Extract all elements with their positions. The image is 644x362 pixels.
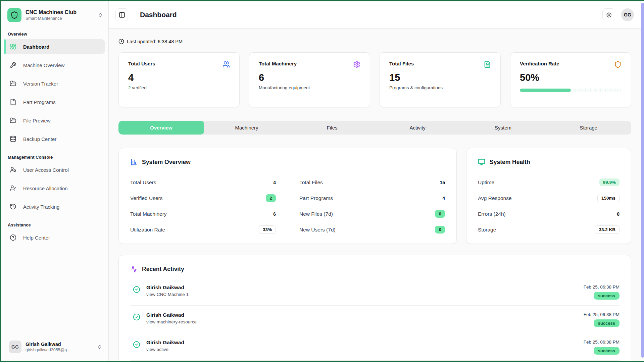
stat-label: Total Machinery xyxy=(259,61,297,66)
sidebar-item-file-preview[interactable]: File Preview xyxy=(4,113,105,128)
workspace-switcher[interactable]: CNC Machines Club Smart Maintenance xyxy=(1,1,108,27)
stat-value: 4 xyxy=(128,72,230,83)
sidebar-item-label: Backup Center xyxy=(23,136,56,142)
app-name: CNC Machines Club xyxy=(26,9,94,15)
tab-activity[interactable]: Activity xyxy=(375,121,460,135)
tab-overview[interactable]: Overview xyxy=(118,121,204,135)
stat-row-badge: 99.9% xyxy=(599,178,620,186)
activity-time: Feb 25, 06:38 PM xyxy=(584,312,620,317)
stat-row: Avg Response 150ms xyxy=(478,190,620,206)
tab-files[interactable]: Files xyxy=(289,121,375,135)
sidebar-user-menu[interactable]: GG Girish Gaikwad girishgaikwad2055@g... xyxy=(1,335,108,361)
stat-subtitle: 2 verified xyxy=(128,85,230,90)
stat-value: 50% xyxy=(520,72,622,83)
stat-row: New Users (7d) 0 xyxy=(299,222,445,238)
user-avatar: GG xyxy=(9,341,21,353)
sidebar-item-label: Resource Allocation xyxy=(23,186,68,191)
page-scrollbar[interactable] xyxy=(641,3,644,361)
sidebar-item-label: File Preview xyxy=(23,118,51,123)
stat-row-badge: 150ms xyxy=(597,194,620,202)
header-avatar[interactable]: GG xyxy=(621,8,634,21)
stats-row: Total Users 4 2 verified Total Machinery xyxy=(118,52,631,107)
panel-title: Recent Activity xyxy=(142,266,184,273)
sidebar-item-label: Dashboard xyxy=(23,44,49,50)
activity-user: Girish Gaikwad xyxy=(146,285,189,291)
overview-panels: System Overview Total Users 4 Verified U… xyxy=(118,148,631,244)
sidebar-item-label: User Access Control xyxy=(23,167,69,173)
chevrons-up-down-icon xyxy=(97,344,102,350)
stat-row: New Files (7d) 0 xyxy=(299,206,445,222)
header-divider xyxy=(133,10,133,19)
stat-row: Utilization Rate 33% xyxy=(130,222,276,238)
activity-action: view active xyxy=(146,347,184,352)
active-indicator xyxy=(4,39,6,54)
sidebar: CNC Machines Club Smart Maintenance Over… xyxy=(1,1,109,361)
sidebar-item-machine-overview[interactable]: Machine Overview xyxy=(4,58,105,72)
sidebar-item-user-access-control[interactable]: User Access Control xyxy=(4,162,105,177)
tab-system[interactable]: System xyxy=(460,121,546,135)
file-text-icon xyxy=(484,61,491,68)
status-badge: success xyxy=(594,347,620,355)
stat-row: Storage 33.2 KB xyxy=(478,222,620,238)
stat-row-value: 15 xyxy=(440,180,445,185)
stat-subtitle: Programs & configurations xyxy=(389,85,491,90)
stat-card-total-files: Total Files 15 Programs & configurations xyxy=(380,52,501,107)
activity-list-item: Girish Gaikwad view CNC Machine 1 Feb 25… xyxy=(130,278,620,306)
app-tagline: Smart Maintenance xyxy=(26,16,94,21)
dashboard-content: Last updated: 6:38:48 PM Total Users 4 2… xyxy=(109,29,644,361)
stat-row-value: 6 xyxy=(273,211,276,217)
activity-action: view machinery-resource xyxy=(146,319,197,324)
sidebar-item-part-programs[interactable]: Part Programs xyxy=(4,95,105,109)
activity-user: Girish Gaikwad xyxy=(146,340,184,346)
sidebar-item-activity-tracking[interactable]: Activity Tracking xyxy=(4,199,105,214)
activity-action: view CNC Machine 1 xyxy=(146,292,189,297)
activity-pulse-icon xyxy=(130,265,138,273)
user-cog-icon xyxy=(10,166,16,173)
panel-left-icon xyxy=(119,12,125,18)
sidebar-item-label: Help Center xyxy=(23,235,50,241)
stat-card-total-machinery: Total Machinery 6 Manufacturing equipmen… xyxy=(249,52,370,107)
sidebar-item-label: Machine Overview xyxy=(23,62,64,68)
stat-row-badge: 33% xyxy=(259,225,276,234)
database-icon xyxy=(10,136,16,142)
sidebar-toggle-button[interactable] xyxy=(115,8,128,21)
stat-label: Verification Rate xyxy=(520,61,559,66)
scrollbar-thumb[interactable] xyxy=(641,3,644,358)
sidebar-item-backup-center[interactable]: Backup Center xyxy=(4,132,105,146)
stat-row: Errors (24h) 0 xyxy=(478,206,620,222)
stat-row: Total Machinery 6 xyxy=(130,206,276,222)
stat-card-verification-rate: Verification Rate 50% xyxy=(510,52,631,107)
wrench-icon xyxy=(10,62,16,68)
stat-row-badge: 33.2 KB xyxy=(595,225,620,234)
folder-open-icon xyxy=(10,80,16,87)
stat-value: 6 xyxy=(259,72,360,83)
stat-row-badge: 2 xyxy=(266,194,276,202)
tab-machinery[interactable]: Machinery xyxy=(204,121,290,135)
main-area: Dashboard GG Last updated: 6:38:48 PM To… xyxy=(109,1,644,361)
last-updated: Last updated: 6:38:48 PM xyxy=(118,39,631,44)
stat-row: Verified Users 2 xyxy=(130,190,276,206)
header: Dashboard GG xyxy=(109,1,644,29)
stat-subtitle: Manufacturing equipment xyxy=(259,85,360,90)
stat-value: 15 xyxy=(389,72,491,83)
sidebar-item-help-center[interactable]: Help Center xyxy=(4,230,105,245)
tab-storage[interactable]: Storage xyxy=(546,121,631,135)
sidebar-item-resource-allocation[interactable]: Resource Allocation xyxy=(4,181,105,196)
sidebar-item-dashboard[interactable]: Dashboard xyxy=(4,39,105,54)
panel-title: System Overview xyxy=(142,159,191,166)
verification-progress-bar xyxy=(520,89,622,92)
sidebar-item-version-tracker[interactable]: Version Tracker xyxy=(4,76,105,91)
dashboard-tabs: Overview Machinery Files Activity System… xyxy=(118,121,631,135)
activity-time: Feb 25, 06:38 PM xyxy=(584,340,620,345)
activity-list-item: Girish Gaikwad view active Feb 25, 06:38… xyxy=(130,333,620,361)
system-overview-col1: Total Users 4 Verified Users 2 Total Mac… xyxy=(130,174,276,238)
user-email: girishgaikwad2055@g... xyxy=(26,348,70,352)
activity-list-item: Girish Gaikwad view machinery-resource F… xyxy=(130,306,620,333)
sidebar-section-management: Management Console xyxy=(1,150,108,162)
chevrons-up-down-icon xyxy=(98,12,103,18)
user-name: Girish Gaikwad xyxy=(26,342,70,347)
file-icon xyxy=(10,99,16,105)
theme-toggle-button[interactable] xyxy=(602,8,615,21)
stat-label: Total Files xyxy=(389,61,414,66)
check-circle-icon xyxy=(133,313,140,321)
